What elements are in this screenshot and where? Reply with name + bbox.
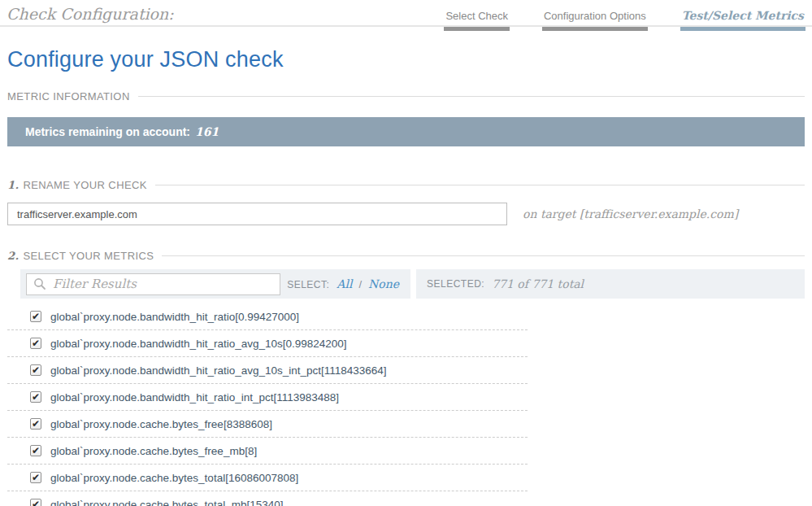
filter-bar: SELECT: All / None SELECTED: 771 of 771 … [20,269,805,299]
metric-information-label: METRIC INFORMATION [7,90,130,103]
metric-row: ✔ global`proxy.node.cache.bytes_total_mb… [7,491,528,506]
metric-checkbox[interactable]: ✔ [30,364,41,376]
metric-label: global`proxy.node.cache.bytes_free_mb[8] [50,445,257,457]
rename-step-label: RENAME YOUR CHECK [23,179,146,191]
metric-row: ✔ global`proxy.node.bandwidth_hit_ratio_… [7,384,528,411]
heading-rule [155,185,805,185]
page-title: Configure your JSON check [7,47,805,72]
metric-checkbox[interactable]: ✔ [30,499,41,506]
tab-configuration-options[interactable]: Configuration Options [542,1,648,31]
heading-rule [162,255,805,256]
metric-row: ✔ global`proxy.node.cache.bytes_free[838… [7,411,528,438]
metric-checkbox[interactable]: ✔ [30,418,41,430]
selected-label: SELECTED: [427,278,484,290]
metric-list: ✔ global`proxy.node.bandwidth_hit_ratio[… [7,303,805,506]
rename-step-number: 1. [7,179,19,191]
metric-checkbox[interactable]: ✔ [30,338,41,349]
filter-results-input[interactable] [46,274,280,294]
metric-row: ✔ global`proxy.node.cache.bytes_free_mb[… [7,438,528,465]
filter-search-box [26,273,280,295]
tab-test-select-metrics[interactable]: Test/Select Metrics [680,0,805,31]
metric-label: global`proxy.node.bandwidth_hit_ratio_av… [50,364,387,377]
metric-checkbox[interactable]: ✔ [30,472,41,483]
metric-row: ✔ global`proxy.node.cache.bytes_total[16… [7,465,528,491]
metric-checkbox[interactable]: ✔ [30,391,41,403]
metric-checkbox[interactable]: ✔ [30,445,41,456]
select-separator: / [358,278,362,290]
metric-label: global`proxy.node.cache.bytes_total_mb[1… [50,499,283,506]
tab-select-check[interactable]: Select Check [444,1,510,31]
metric-checkbox[interactable]: ✔ [30,311,41,322]
select-all-link[interactable]: All [337,277,352,290]
search-icon [33,277,46,290]
metric-row: ✔ global`proxy.node.bandwidth_hit_ratio[… [7,303,528,330]
metric-label: global`proxy.node.cache.bytes_free[83886… [50,418,272,430]
select-label: SELECT: [287,279,329,290]
metrics-remaining-label: Metrics remaining on account: [25,125,190,138]
metric-label: global`proxy.node.bandwidth_hit_ratio_in… [50,391,339,403]
target-note: on target [trafficserver.example.com] [523,207,738,220]
check-name-input[interactable] [7,203,507,225]
metric-label: global`proxy.node.cache.bytes_total[1608… [50,472,298,484]
selected-count: 771 of 771 total [492,277,584,290]
wizard-tabs: Select Check Configuration Options Test/… [444,0,805,31]
metric-label: global`proxy.node.bandwidth_hit_ratio[0.… [50,311,299,323]
filter-bar-right: SELECTED: 771 of 771 total [416,269,805,299]
heading-rule [138,96,805,97]
metrics-remaining-banner: Metrics remaining on account: 161 [7,117,805,146]
select-metrics-heading: 2. SELECT YOUR METRICS [7,250,805,262]
select-step-number: 2. [7,250,19,262]
metric-row: ✔ global`proxy.node.bandwidth_hit_ratio_… [7,330,528,357]
page-header: Check Configuration: Select Check Config… [0,0,812,29]
rename-row: on target [trafficserver.example.com] [7,203,805,225]
metrics-remaining-value: 161 [195,125,219,138]
metric-label: global`proxy.node.bandwidth_hit_ratio_av… [50,338,347,350]
metric-information-heading: METRIC INFORMATION [7,90,805,103]
filter-bar-left: SELECT: All / None [20,269,410,299]
rename-check-heading: 1. RENAME YOUR CHECK [7,179,805,191]
main-content: Configure your JSON check METRIC INFORMA… [0,47,812,506]
select-all-none-group: SELECT: All / None [287,277,399,290]
select-none-link[interactable]: None [368,277,399,290]
metric-row: ✔ global`proxy.node.bandwidth_hit_ratio_… [7,357,528,384]
breadcrumb-title: Check Configuration: [7,5,174,23]
select-step-label: SELECT YOUR METRICS [23,250,154,262]
